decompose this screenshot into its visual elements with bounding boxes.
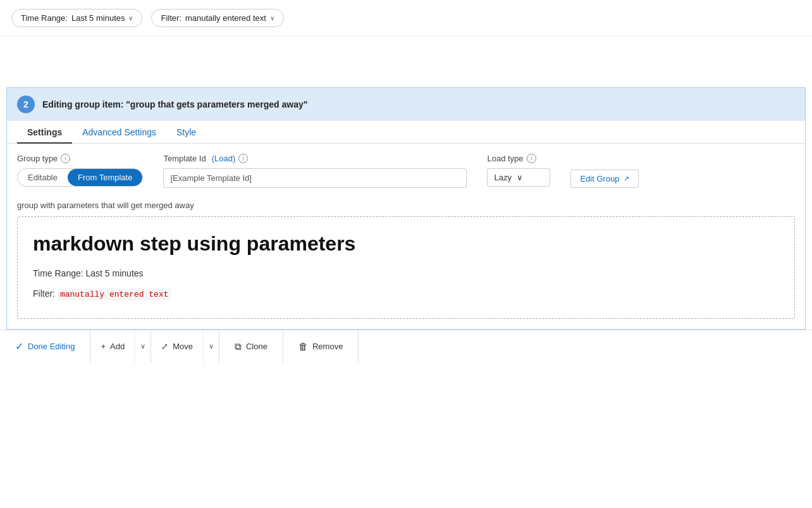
preview-area: markdown step using parameters Time Rang… bbox=[17, 216, 795, 319]
group-type-editable-button[interactable]: Editable bbox=[18, 169, 68, 186]
external-link-icon: ↗ bbox=[624, 175, 629, 183]
group-type-field: Group type i Editable From Template bbox=[17, 154, 143, 187]
editing-header: 2 Editing group item: "group that gets p… bbox=[7, 88, 805, 121]
group-type-from-template-button[interactable]: From Template bbox=[68, 169, 142, 186]
load-type-select[interactable]: Lazy ∨ bbox=[487, 168, 550, 187]
template-id-field: Template Id (Load) i bbox=[163, 154, 467, 188]
clone-button[interactable]: ⧉ Clone bbox=[219, 330, 283, 362]
add-chevron-icon: ∨ bbox=[140, 342, 145, 350]
filter-label: Filter: bbox=[161, 13, 181, 23]
move-dropdown-button[interactable]: ∨ bbox=[203, 330, 219, 362]
load-type-info-icon[interactable]: i bbox=[527, 154, 536, 163]
add-plus-icon: + bbox=[101, 342, 106, 351]
preview-filter-value: manutally entered text bbox=[58, 288, 171, 300]
tab-advanced-settings[interactable]: Advanced Settings bbox=[72, 121, 166, 144]
group-type-label: Group type i bbox=[17, 154, 143, 163]
editing-panel: 2 Editing group item: "group that gets p… bbox=[6, 87, 806, 330]
load-type-value: Lazy bbox=[494, 173, 511, 182]
bottom-toolbar: ✓ Done Editing + Add ∨ ⤢ Move ∨ ⧉ Clone … bbox=[0, 330, 812, 362]
remove-button[interactable]: 🗑 Remove bbox=[283, 330, 359, 362]
add-button[interactable]: + Add bbox=[90, 330, 135, 362]
time-range-chevron-icon: ∨ bbox=[128, 15, 133, 22]
settings-row: Group type i Editable From Template Temp… bbox=[17, 154, 795, 188]
spacer-area bbox=[0, 37, 812, 87]
add-button-group: + Add ∨ bbox=[90, 330, 151, 362]
time-range-label: Time Range: bbox=[21, 13, 68, 23]
tabs-bar: Settings Advanced Settings Style bbox=[7, 121, 805, 144]
preview-filter-label: Filter: bbox=[33, 288, 55, 299]
editing-title: Editing group item: "group that gets par… bbox=[42, 99, 307, 109]
template-id-label: Template Id (Load) i bbox=[163, 154, 467, 163]
preview-filter: Filter: manutally entered text bbox=[33, 288, 779, 299]
edit-group-label: Edit Group bbox=[580, 174, 619, 183]
filter-value: manutally entered text bbox=[185, 13, 266, 23]
done-check-icon: ✓ bbox=[15, 340, 23, 352]
group-type-buttons: Editable From Template bbox=[17, 168, 143, 187]
step-number: 2 bbox=[17, 96, 35, 113]
tab-style[interactable]: Style bbox=[166, 121, 206, 144]
time-range-value: Last 5 minutes bbox=[71, 13, 125, 23]
group-description: group with parameters that will get merg… bbox=[7, 195, 805, 216]
edit-group-field: Edit Group ↗ bbox=[570, 156, 638, 188]
clone-label: Clone bbox=[246, 342, 268, 351]
done-editing-button[interactable]: ✓ Done Editing bbox=[0, 330, 90, 362]
template-id-load-link[interactable]: (Load) bbox=[212, 154, 236, 163]
move-arrows-icon: ⤢ bbox=[161, 342, 168, 351]
preview-time-range-label: Time Range: bbox=[33, 268, 83, 278]
move-label: Move bbox=[173, 342, 193, 351]
load-type-chevron-icon: ∨ bbox=[517, 173, 523, 182]
edit-group-button[interactable]: Edit Group ↗ bbox=[570, 170, 638, 188]
top-bar: Time Range: Last 5 minutes ∨ Filter: man… bbox=[0, 0, 812, 37]
add-dropdown-button[interactable]: ∨ bbox=[135, 330, 151, 362]
preview-markdown-title: markdown step using parameters bbox=[33, 232, 779, 256]
time-range-pill[interactable]: Time Range: Last 5 minutes ∨ bbox=[11, 9, 142, 27]
load-type-field: Load type i Lazy ∨ bbox=[487, 154, 550, 187]
clone-icon: ⧉ bbox=[235, 341, 242, 352]
filter-chevron-icon: ∨ bbox=[270, 15, 274, 22]
move-button-group: ⤢ Move ∨ bbox=[151, 330, 219, 362]
preview-time-range-value: Last 5 minutes bbox=[86, 268, 144, 278]
move-chevron-icon: ∨ bbox=[209, 342, 214, 350]
filter-pill[interactable]: Filter: manutally entered text ∨ bbox=[151, 9, 283, 27]
tab-settings[interactable]: Settings bbox=[17, 121, 72, 144]
trash-icon: 🗑 bbox=[298, 341, 308, 352]
preview-time-range: Time Range: Last 5 minutes bbox=[33, 268, 779, 278]
group-type-info-icon[interactable]: i bbox=[61, 154, 70, 163]
template-id-input[interactable] bbox=[163, 168, 467, 188]
load-type-label: Load type i bbox=[487, 154, 550, 163]
done-editing-label: Done Editing bbox=[28, 342, 75, 351]
add-label: Add bbox=[110, 342, 125, 351]
move-button[interactable]: ⤢ Move bbox=[151, 330, 203, 362]
template-id-info-icon[interactable]: i bbox=[238, 154, 248, 163]
remove-label: Remove bbox=[312, 342, 343, 351]
settings-content: Group type i Editable From Template Temp… bbox=[7, 144, 805, 195]
